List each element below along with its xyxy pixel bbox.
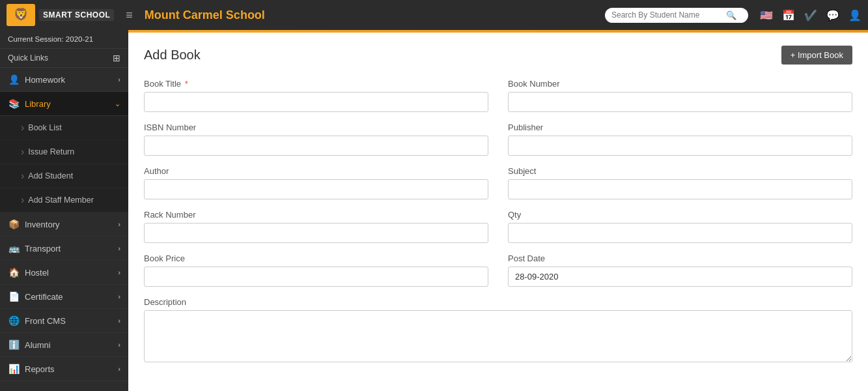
book-number-group: Book Number [508,79,852,112]
logo: 🦁 [7,4,35,26]
sidebar-item-certificate-label: Certificate [25,292,63,302]
book-number-input[interactable] [508,92,852,112]
chevron-right-icon: › [118,76,120,83]
post-date-label: Post Date [508,253,852,263]
book-number-label: Book Number [508,79,852,89]
book-title-label: Book Title * [144,79,488,89]
quicklinks-label: Quick Links [8,53,48,63]
grid-icon[interactable]: ⊞ [113,53,120,63]
subject-label: Subject [508,166,852,176]
publisher-group: Publisher [508,123,852,156]
sidebar-item-inventory-label: Inventory [25,220,59,229]
book-title-group: Book Title * [144,79,488,112]
sidebar-item-library-label: Library [25,99,51,109]
inventory-icon: 📦 [8,219,20,229]
qty-label: Qty [508,210,852,220]
isbn-number-group: ISBN Number [144,123,488,156]
isbn-number-input[interactable] [144,136,488,156]
user-icon[interactable]: 👤 [848,9,861,22]
sidebar-item-homework[interactable]: 👤 Homework › [0,68,128,92]
bullet-icon: › [21,194,24,206]
sidebar-item-alumni[interactable]: ℹ️ Alumni › [0,333,128,357]
library-icon: 📚 [8,98,20,109]
hamburger-button[interactable]: ≡ [122,6,137,25]
transport-icon: 🚌 [8,243,20,253]
book-price-label: Book Price [144,253,488,263]
import-book-button[interactable]: + Import Book [781,46,852,65]
sidebar-subitem-book-list[interactable]: › Book List [0,116,128,140]
rack-number-input[interactable] [144,223,488,243]
sidebar-item-transport-label: Transport [25,244,61,253]
add-book-form: Book Title * Book Number ISBN Number Pub… [144,79,852,375]
chevron-right-icon: › [118,341,120,349]
main-layout: Current Session: 2020-21 Quick Links ⊞ 👤… [0,30,868,391]
sidebar-item-alumni-label: Alumni [25,340,51,350]
sidebar-session: Current Session: 2020-21 [0,30,128,49]
book-price-group: Book Price [144,253,488,287]
qty-group: Qty [508,210,852,243]
sidebar-subitem-add-staff-member[interactable]: › Add Staff Member [0,188,128,212]
form-actions: Save [144,386,852,391]
logo-text: SMART SCHOOL [39,9,114,21]
post-date-group: Post Date [508,253,852,287]
sidebar-item-transport[interactable]: 🚌 Transport › [0,237,128,261]
subject-input[interactable] [508,179,852,199]
author-group: Author [144,166,488,199]
author-input[interactable] [144,179,488,199]
post-date-input[interactable] [508,267,852,287]
school-name: Mount Carmel School [145,8,597,22]
subitem-add-staff-member-label: Add Staff Member [28,195,94,205]
rack-number-label: Rack Number [144,210,488,220]
description-group: Description [144,297,852,364]
certificate-icon: 📄 [8,291,20,302]
sidebar-item-inventory[interactable]: 📦 Inventory › [0,212,128,237]
sidebar-item-front-cms[interactable]: 🌐 Front CMS › [0,309,128,333]
description-textarea[interactable] [144,310,852,362]
search-icon: 🔍 [726,10,736,20]
book-price-input[interactable] [144,267,488,287]
sidebar-quicklinks: Quick Links ⊞ [0,49,128,68]
subitem-book-list-label: Book List [28,123,61,132]
chevron-right-icon: › [118,268,120,276]
library-submenu: › Book List › Issue Return › Add Student… [0,116,128,212]
isbn-number-label: ISBN Number [144,123,488,132]
subject-group: Subject [508,166,852,199]
chevron-right-icon: › [118,317,120,325]
bullet-icon: › [21,170,24,182]
sidebar-subitem-issue-return[interactable]: › Issue Return [0,140,128,164]
sidebar-item-reports-label: Reports [25,364,55,374]
homework-icon: 👤 [8,74,20,85]
qty-input[interactable] [508,223,852,243]
calendar-icon[interactable]: 📅 [782,9,795,22]
sidebar-item-certificate[interactable]: 📄 Certificate › [0,285,128,309]
description-label: Description [144,297,852,307]
flag-icon[interactable]: 🇺🇸 [760,9,773,22]
sidebar-item-hostel[interactable]: 🏠 Hostel › [0,261,128,285]
content-inner: Add Book + Import Book Book Title * Book… [128,33,868,391]
chevron-right-icon: › [118,293,120,300]
required-mark: * [182,79,188,89]
sidebar: Current Session: 2020-21 Quick Links ⊞ 👤… [0,30,128,391]
chevron-right-icon: › [118,244,120,252]
whatsapp-icon[interactable]: 💬 [826,9,839,22]
sidebar-item-reports[interactable]: 📊 Reports › [0,357,128,381]
sidebar-item-hostel-label: Hostel [25,268,49,278]
sidebar-item-library[interactable]: 📚 Library ⌄ [0,92,128,116]
book-title-input[interactable] [144,92,488,112]
publisher-label: Publisher [508,123,852,132]
alumni-icon: ℹ️ [8,340,20,350]
chevron-right-icon: › [118,365,120,373]
chevron-down-icon: ⌄ [115,100,120,108]
sidebar-subitem-add-student[interactable]: › Add Student [0,164,128,188]
search-input[interactable] [611,10,722,20]
subitem-issue-return-label: Issue Return [28,147,74,156]
header-icons: 🇺🇸 📅 ✔️ 💬 👤 [760,9,861,22]
logo-area: 🦁 SMART SCHOOL [7,4,114,26]
hostel-icon: 🏠 [8,267,20,278]
bullet-icon: › [21,146,24,158]
publisher-input[interactable] [508,136,852,156]
page-header: Add Book + Import Book [144,46,852,65]
search-bar: 🔍 [605,8,748,23]
check-icon[interactable]: ✔️ [804,9,817,22]
subitem-add-student-label: Add Student [28,171,73,181]
